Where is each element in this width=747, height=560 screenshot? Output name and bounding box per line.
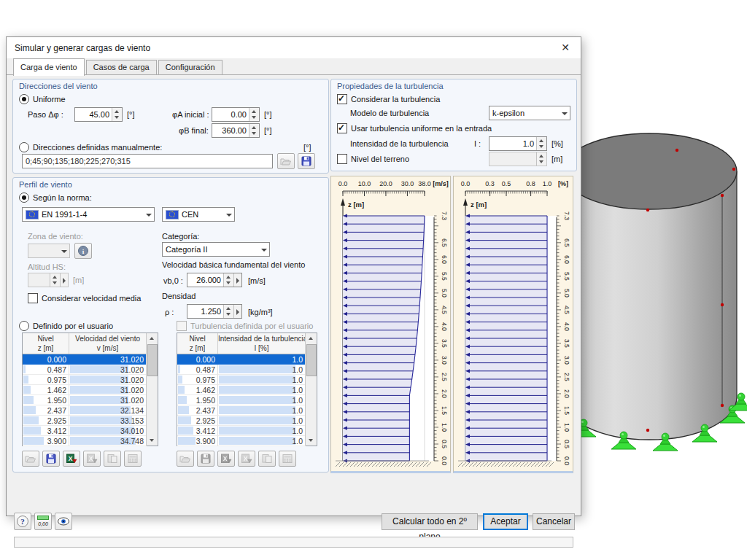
step-spinner[interactable]: 45.00 <box>74 107 123 122</box>
vb-spinner[interactable]: 26.000 <box>187 273 242 287</box>
table-cell[interactable]: 1.0 <box>218 365 306 375</box>
table-row[interactable]: 1.46231.020 <box>23 385 147 395</box>
spin-up-down-icon[interactable] <box>223 305 233 318</box>
column-header-level[interactable]: Nivelz [m] <box>23 333 69 354</box>
table-cell[interactable]: 33.153 <box>69 416 147 426</box>
table-row[interactable]: 3.4121.0 <box>177 426 306 436</box>
phib-spinner[interactable]: 360.00 <box>212 123 260 138</box>
checkbox-consider-turbulence[interactable]: Considerar la turbulencia <box>337 94 440 104</box>
calculate-background-button[interactable]: Calcular todo en 2º plano <box>382 513 478 530</box>
table-cell[interactable]: 31.020 <box>69 395 147 405</box>
table-row[interactable]: 0.97531.020 <box>23 375 147 385</box>
checkbox-mean-velocity[interactable]: Considerar velocidad media <box>28 293 141 303</box>
table-row[interactable]: 0.9751.0 <box>177 375 306 385</box>
tab-casos-de-carga[interactable]: Casos de carga <box>86 60 157 74</box>
table-cell[interactable]: 0.487 <box>177 365 218 375</box>
radio-by-code[interactable]: Según la norma: <box>19 192 92 203</box>
table-cell[interactable]: 0.487 <box>23 365 69 375</box>
flyout-arrow-icon[interactable] <box>233 273 241 287</box>
table-cell[interactable]: 3.900 <box>23 436 69 446</box>
table-cell[interactable]: 0.000 <box>23 354 69 365</box>
table-cell[interactable]: 1.462 <box>23 385 69 395</box>
table-cell[interactable]: 1.0 <box>218 354 306 365</box>
category-select[interactable]: Categoría II <box>162 242 270 257</box>
table-row[interactable]: 1.95031.020 <box>23 395 147 405</box>
column-header-level[interactable]: Nivelz [m] <box>177 333 218 354</box>
table-cell[interactable]: 2.925 <box>177 416 218 426</box>
scroll-down-icon[interactable] <box>147 435 158 446</box>
table-cell[interactable]: 32.134 <box>69 405 147 416</box>
table-cell[interactable]: 31.020 <box>69 375 147 385</box>
table-row[interactable]: 2.92533.153 <box>23 416 147 426</box>
table-cell[interactable]: 34.748 <box>69 436 147 446</box>
close-icon[interactable]: ✕ <box>557 42 573 53</box>
spin-up-down-icon[interactable] <box>249 124 259 137</box>
intensity-spinner[interactable]: 1.0 <box>489 136 547 151</box>
table-cell[interactable]: 1.0 <box>218 395 306 405</box>
table-cell[interactable]: 1.0 <box>218 416 306 426</box>
info-icon[interactable]: i <box>74 243 92 259</box>
radio-user-defined[interactable]: Definido por el usuario <box>19 321 113 331</box>
table-cell[interactable]: 1.950 <box>23 395 69 405</box>
code-select[interactable]: EN 1991-1-4 <box>22 207 155 222</box>
dialog-titlebar[interactable]: Simular y generar cargas de viento ✕ <box>7 37 581 58</box>
spin-up-down-icon[interactable] <box>536 137 546 150</box>
scroll-down-icon[interactable] <box>306 435 317 446</box>
table-cell[interactable]: 0.975 <box>177 375 218 385</box>
table-cell[interactable]: 31.020 <box>69 354 147 365</box>
table-cell[interactable]: 1.0 <box>218 436 306 446</box>
table-row[interactable]: 3.90034.748 <box>23 436 147 446</box>
radio-uniform[interactable]: Uniforme <box>19 94 66 104</box>
scroll-up-icon[interactable] <box>306 333 317 343</box>
table-scrollbar[interactable] <box>305 333 317 446</box>
units-button[interactable]: 0,00 <box>34 513 52 530</box>
phia-spinner[interactable]: 0.00 <box>212 107 260 122</box>
save-icon[interactable] <box>298 153 315 169</box>
annex-select[interactable]: CEN <box>162 207 235 222</box>
table-row[interactable]: 1.9501.0 <box>177 395 306 405</box>
help-button[interactable]: ? <box>14 513 31 530</box>
table-row[interactable]: 3.9001.0 <box>177 436 306 446</box>
table-cell[interactable]: 3.412 <box>23 426 69 436</box>
column-header-intensity[interactable]: Intensidad de la turbulenciaI [%] <box>218 333 306 354</box>
table-row[interactable]: 2.43732.134 <box>23 405 147 416</box>
scrollbar-thumb[interactable] <box>147 344 158 376</box>
table-scrollbar[interactable] <box>146 333 158 446</box>
table-row[interactable]: 1.4621.0 <box>177 385 306 395</box>
display-settings-button[interactable] <box>55 513 72 530</box>
scrollbar-thumb[interactable] <box>306 344 317 376</box>
table-cell[interactable]: 0.975 <box>23 375 69 385</box>
table-row[interactable]: 3.41234.010 <box>23 426 147 436</box>
table-row[interactable]: 2.4371.0 <box>177 405 306 416</box>
radio-manual-directions[interactable]: Direcciones definidas manualmente: <box>19 142 162 152</box>
table-cell[interactable]: 3.900 <box>177 436 218 446</box>
tab-carga-de-viento[interactable]: Carga de viento <box>13 58 85 76</box>
table-cell[interactable]: 1.0 <box>218 385 306 395</box>
table-cell[interactable]: 34.010 <box>69 426 147 436</box>
table-row[interactable]: 0.00031.020 <box>23 354 147 365</box>
save-icon[interactable] <box>42 451 60 467</box>
table-cell[interactable]: 31.020 <box>69 365 147 375</box>
table-cell[interactable]: 1.462 <box>177 385 218 395</box>
table-row[interactable]: 0.48731.020 <box>23 365 147 375</box>
checkbox-uniform-inlet-turbulence[interactable]: Usar turbulencia uniforme en la entrada <box>337 123 492 133</box>
checkbox-terrain-level[interactable]: Nivel del terreno <box>337 154 409 164</box>
table-cell[interactable]: 2.437 <box>177 405 218 416</box>
accept-button[interactable]: Aceptar <box>483 513 528 530</box>
table-cell[interactable]: 1.950 <box>177 395 218 405</box>
tab-configuracion[interactable]: Configuración <box>158 60 222 74</box>
table-row[interactable]: 2.9251.0 <box>177 416 306 426</box>
table-row[interactable]: 0.0001.0 <box>177 354 306 365</box>
scroll-up-icon[interactable] <box>147 333 158 343</box>
table-cell[interactable]: 1.0 <box>218 426 306 436</box>
table-row[interactable]: 0.4871.0 <box>177 365 306 375</box>
table-cell[interactable]: 2.437 <box>23 405 69 416</box>
spin-up-down-icon[interactable] <box>249 108 259 121</box>
spin-up-down-icon[interactable] <box>223 273 233 287</box>
table-cell[interactable]: 31.020 <box>69 385 147 395</box>
table-cell[interactable]: 1.0 <box>218 375 306 385</box>
density-spinner[interactable]: 1.250 <box>187 304 242 319</box>
flyout-arrow-icon[interactable] <box>233 305 241 318</box>
column-header-velocity[interactable]: Velocidad del vientov [m/s] <box>69 333 147 354</box>
table-cell[interactable]: 2.925 <box>23 416 69 426</box>
